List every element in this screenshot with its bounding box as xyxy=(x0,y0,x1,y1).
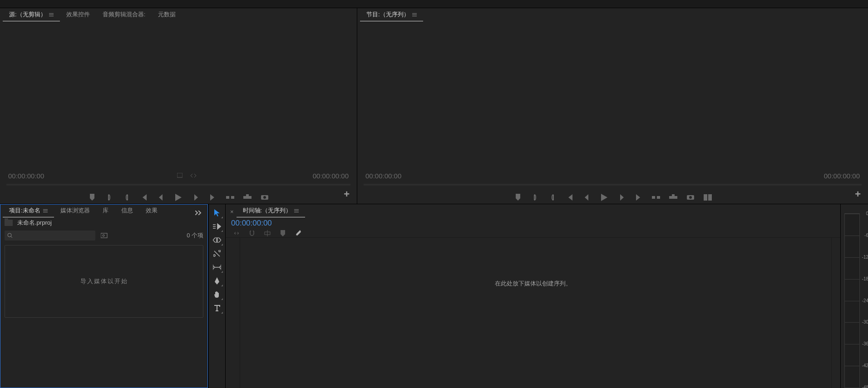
program-playhead-time[interactable]: 00:00:00:00 xyxy=(365,172,401,180)
overwrite-icon[interactable] xyxy=(243,193,252,202)
go-to-out-icon[interactable] xyxy=(634,193,643,202)
play-icon[interactable] xyxy=(174,193,183,202)
step-back-icon[interactable] xyxy=(582,193,592,202)
program-tabs: 节目:（无序列） xyxy=(357,8,868,21)
snap-toggle-icon[interactable] xyxy=(248,230,256,237)
audio-meter-panel: 0-6-12-18-24-30-36-42-48 xyxy=(841,204,868,388)
project-filename: 未命名.prproj xyxy=(17,219,52,227)
program-transport: + xyxy=(357,182,868,204)
linked-selection-icon[interactable] xyxy=(264,230,271,237)
source-playhead-time[interactable]: 00:00:00:00 xyxy=(8,172,44,180)
tab-metadata[interactable]: 元数据 xyxy=(152,10,182,21)
fit-icon[interactable] xyxy=(177,172,183,179)
mark-in-icon[interactable] xyxy=(531,193,540,202)
extract-icon[interactable] xyxy=(669,193,678,202)
svg-rect-4 xyxy=(246,194,249,196)
timeline-drop-hint: 在此处放下媒体以创建序列。 xyxy=(226,280,840,288)
nest-toggle-icon[interactable] xyxy=(233,230,240,237)
tab-info[interactable]: 信息 xyxy=(115,206,139,217)
timeline-tabs: × 时间轴:（无序列） xyxy=(226,204,840,217)
go-to-out-icon[interactable] xyxy=(208,193,217,202)
program-time-row: 00:00:00:00 00:00:00:00 xyxy=(357,169,868,182)
tab-project[interactable]: 项目:未命名 xyxy=(3,206,54,217)
svg-rect-8 xyxy=(657,196,660,199)
program-monitor-canvas[interactable] xyxy=(357,21,868,169)
export-frame-icon[interactable] xyxy=(260,193,269,202)
go-to-in-icon[interactable] xyxy=(565,193,574,202)
marker-icon[interactable] xyxy=(513,193,523,202)
resolution-icon[interactable] xyxy=(190,172,197,179)
svg-rect-13 xyxy=(704,194,707,201)
project-tabs: 项目:未命名 媒体浏览器 库 信息 效果 xyxy=(0,204,208,217)
svg-line-16 xyxy=(11,236,12,238)
tab-overflow-icon[interactable] xyxy=(192,211,205,217)
audio-meter[interactable]: 0-6-12-18-24-30-36-42-48 xyxy=(844,213,860,388)
tab-effect-controls[interactable]: 效果控件 xyxy=(60,10,96,21)
timeline-right-strip xyxy=(831,238,840,388)
panel-menu-icon[interactable] xyxy=(49,13,54,16)
go-to-in-icon[interactable] xyxy=(139,193,148,202)
svg-point-15 xyxy=(8,233,11,237)
step-forward-icon[interactable] xyxy=(191,193,200,202)
timeline-panel: × 时间轴:（无序列） 00:00:00:00 在此处放下媒体以创建序列。 xyxy=(226,204,841,388)
tab-timeline[interactable]: 时间轴:（无序列） xyxy=(237,206,306,217)
source-time-row: 00:00:00:00 00:00:00:00 xyxy=(0,169,357,182)
project-drop-zone[interactable]: 导入媒体以开始 xyxy=(5,245,203,318)
project-search-input[interactable] xyxy=(5,231,95,241)
timeline-settings-icon[interactable] xyxy=(295,230,302,237)
marker-icon[interactable] xyxy=(88,193,97,202)
mark-out-icon[interactable] xyxy=(122,193,131,202)
mark-in-icon[interactable] xyxy=(105,193,114,202)
tab-source-label: 源:（无剪辑） xyxy=(9,10,46,19)
play-icon[interactable] xyxy=(600,193,609,202)
button-editor-icon[interactable]: + xyxy=(855,188,861,200)
source-monitor-canvas[interactable] xyxy=(0,21,357,169)
project-icon xyxy=(5,220,13,226)
program-monitor-panel: 节目:（无序列） 00:00:00:00 00:00:00:00 xyxy=(357,8,868,204)
meter-tick-label: 0 xyxy=(866,211,868,216)
tab-libraries[interactable]: 库 xyxy=(96,206,115,217)
source-scrubber[interactable] xyxy=(6,184,350,186)
program-duration-time: 00:00:00:00 xyxy=(824,172,860,180)
svg-point-6 xyxy=(263,196,266,199)
tab-effects[interactable]: 效果 xyxy=(139,206,164,217)
timeline-track-header[interactable] xyxy=(226,238,240,388)
panel-menu-icon[interactable] xyxy=(43,209,48,212)
insert-icon[interactable] xyxy=(226,193,235,202)
comparison-view-icon[interactable] xyxy=(703,193,712,202)
lift-icon[interactable] xyxy=(651,193,661,202)
tab-program-label: 节目:（无序列） xyxy=(366,10,409,19)
project-file-row: 未命名.prproj xyxy=(0,217,208,229)
tab-media-browser[interactable]: 媒体浏览器 xyxy=(54,206,96,217)
source-duration-time: 00:00:00:00 xyxy=(313,172,349,180)
meter-tick-label: -36 xyxy=(862,341,868,346)
program-scrubber[interactable] xyxy=(364,184,862,186)
source-tabs: 源:（无剪辑） 效果控件 音频剪辑混合器: 元数据 xyxy=(0,8,357,21)
tools-panel xyxy=(208,204,226,388)
project-drop-hint: 导入媒体以开始 xyxy=(80,277,128,285)
button-editor-icon[interactable]: + xyxy=(344,188,350,200)
step-back-icon[interactable] xyxy=(157,193,166,202)
svg-rect-9 xyxy=(669,196,677,199)
panel-menu-icon[interactable] xyxy=(412,13,417,16)
tab-program[interactable]: 节目:（无序列） xyxy=(360,10,423,21)
step-forward-icon[interactable] xyxy=(617,193,626,202)
tab-source[interactable]: 源:（无剪辑） xyxy=(3,10,60,21)
search-icon xyxy=(7,233,13,238)
new-bin-icon[interactable] xyxy=(100,231,110,240)
close-tab-icon[interactable]: × xyxy=(228,208,237,217)
svg-rect-14 xyxy=(708,194,712,201)
tab-audio-clip-mixer[interactable]: 音频剪辑混合器: xyxy=(96,10,152,21)
add-marker-icon[interactable] xyxy=(279,230,286,237)
timeline-playhead-time[interactable]: 00:00:00:00 xyxy=(231,219,835,228)
svg-rect-3 xyxy=(243,196,252,199)
timeline-body[interactable]: 在此处放下媒体以创建序列。 xyxy=(226,238,840,388)
export-frame-icon[interactable] xyxy=(686,193,695,202)
mark-out-icon[interactable] xyxy=(548,193,557,202)
svg-point-12 xyxy=(689,196,692,199)
meter-tick-label: -30 xyxy=(862,319,868,324)
svg-point-18 xyxy=(103,235,104,236)
project-toolbar: 0 个项 xyxy=(0,229,208,242)
panel-menu-icon[interactable] xyxy=(294,209,299,212)
razor-tool-icon[interactable] xyxy=(211,248,223,260)
